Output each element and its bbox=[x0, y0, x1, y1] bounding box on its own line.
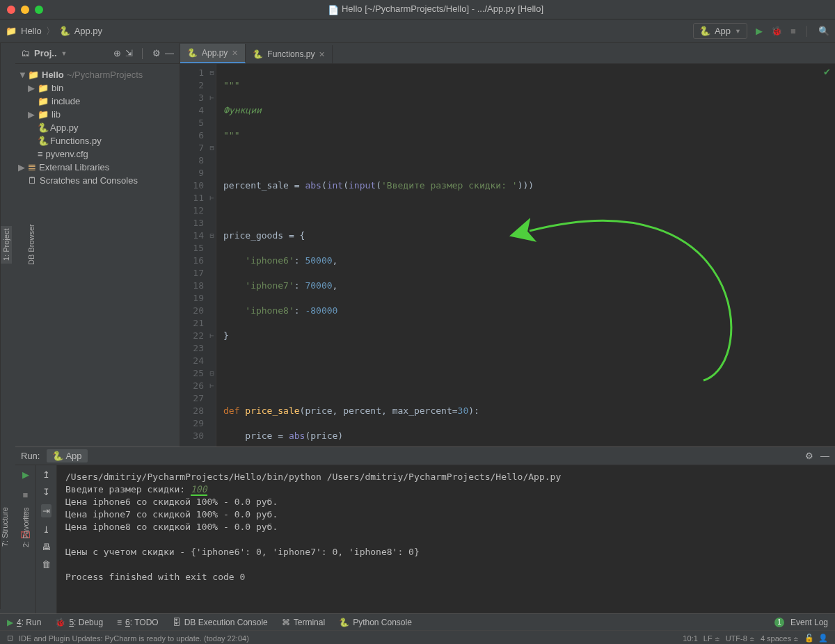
run-config-name: App bbox=[715, 26, 731, 36]
code-content[interactable]: """ Функции """ percent_sale = abs(int(i… bbox=[216, 64, 835, 446]
close-tab-icon[interactable]: ✕ bbox=[232, 49, 238, 58]
gear-icon[interactable]: ⚙ bbox=[805, 451, 813, 461]
debug-button[interactable]: 🐞 bbox=[771, 26, 782, 36]
code-editor[interactable]: ✔ 12345678910111213141516171819202122232… bbox=[180, 64, 835, 446]
left-tool-tabs-bottom: 7: Structure 2: Favorites bbox=[0, 445, 15, 609]
up-stack-icon[interactable]: ↥ bbox=[42, 469, 50, 480]
search-everywhere-button[interactable]: 🔍 bbox=[818, 26, 829, 36]
down-stack-icon[interactable]: ↧ bbox=[42, 487, 50, 497]
hector-icon[interactable]: 👤 bbox=[818, 634, 828, 643]
rerun-button[interactable]: ▶ bbox=[22, 469, 29, 480]
run-header: Run: 🐍 App ⚙ — bbox=[15, 447, 835, 465]
stop-run-button[interactable]: ■ bbox=[23, 490, 29, 500]
tree-item-app[interactable]: 🐍App.py bbox=[18, 121, 177, 134]
soft-wrap-icon[interactable]: ⇥ bbox=[41, 504, 51, 517]
bottom-tab-debug[interactable]: 🐞5: Debug bbox=[55, 618, 103, 627]
caret-position[interactable]: 10:1 bbox=[683, 634, 697, 643]
project-tool-tab[interactable]: 1: Project bbox=[1, 226, 12, 264]
run-tool-window: Run: 🐍 App ⚙ — ▶ ■ ‖ ⌧ ↥ ↧ ⇥ ⤓ 🖶 🗑 /User… bbox=[15, 446, 835, 613]
clear-all-icon[interactable]: 🗑 bbox=[42, 559, 51, 570]
project-view-icon: 🗂 bbox=[21, 48, 30, 58]
tree-scratches[interactable]: 🗒Scratches and Consoles bbox=[18, 174, 177, 187]
bottom-tab-run[interactable]: ▶4: Run bbox=[7, 618, 41, 627]
breadcrumb-project[interactable]: Hello bbox=[21, 26, 42, 36]
project-panel: 🗂 Proj.. ▼ ⊕ ⇲ │ ⚙ — ▼📁 Hello ~/PycharmP… bbox=[15, 43, 180, 446]
bottom-tab-todo[interactable]: ≡6: TODO bbox=[117, 618, 159, 627]
tree-item-lib[interactable]: ▶📁lib bbox=[18, 108, 177, 121]
run-configuration-selector[interactable]: 🐍 App ▼ bbox=[693, 23, 747, 39]
print-icon[interactable]: 🖶 bbox=[42, 542, 51, 552]
run-label: Run: bbox=[21, 451, 40, 461]
event-log-button[interactable]: 1Event Log bbox=[774, 618, 828, 627]
python-icon: 🐍 bbox=[699, 26, 710, 36]
project-tree: ▼📁 Hello ~/PycharmProjects ▶📁bin 📁includ… bbox=[15, 64, 180, 191]
line-number-gutter[interactable]: 1234567891011121314151617181920212223242… bbox=[180, 64, 208, 446]
run-button[interactable]: ▶ bbox=[756, 26, 763, 36]
titlebar: 📄Hello [~/PycharmProjects/Hello] - .../A… bbox=[0, 0, 835, 19]
tree-root-name: Hello bbox=[42, 70, 64, 80]
window-title: 📄Hello [~/PycharmProjects/Hello] - .../A… bbox=[43, 3, 828, 15]
tree-root-path: ~/PycharmProjects bbox=[67, 70, 143, 80]
breadcrumb[interactable]: 📁 Hello 〉 🐍 App.py bbox=[6, 25, 102, 38]
editor-tabs: 🐍App.py✕ 🐍Functions.py✕ bbox=[180, 43, 835, 64]
line-separator[interactable]: LF ≑ bbox=[703, 634, 720, 643]
run-toolbar-2: ↥ ↧ ⇥ ⤓ 🖶 🗑 bbox=[36, 465, 57, 613]
bottom-tab-terminal[interactable]: ⌘Terminal bbox=[282, 618, 325, 627]
tree-item-pyvenv[interactable]: ≡pyvenv.cfg bbox=[18, 147, 177, 161]
editor-area: 🐍App.py✕ 🐍Functions.py✕ ✔ 12345678910111… bbox=[180, 43, 835, 446]
readonly-lock-icon[interactable]: 🔓 bbox=[804, 634, 814, 643]
maximize-window-button[interactable] bbox=[35, 6, 43, 14]
scroll-to-end-icon[interactable]: ⤓ bbox=[42, 524, 50, 535]
breadcrumb-file[interactable]: App.py bbox=[74, 26, 102, 36]
run-tab[interactable]: 🐍 App bbox=[47, 449, 87, 462]
locate-icon[interactable]: ⊕ bbox=[113, 48, 121, 58]
tree-root[interactable]: ▼📁 Hello ~/PycharmProjects bbox=[18, 68, 177, 81]
folder-icon: 📁 bbox=[6, 26, 17, 36]
bottom-tab-dbexec[interactable]: 🗄DB Execution Console bbox=[173, 618, 268, 627]
hide-icon[interactable]: — bbox=[165, 48, 174, 58]
collapse-all-icon[interactable]: ⇲ bbox=[125, 48, 133, 58]
structure-tool-tab[interactable]: 7: Structure bbox=[1, 508, 9, 547]
chevron-down-icon: ▼ bbox=[735, 28, 741, 35]
minimize-window-button[interactable] bbox=[21, 6, 29, 14]
tab-app-py[interactable]: 🐍App.py✕ bbox=[180, 44, 246, 63]
favorites-tool-tab[interactable]: 2: Favorites bbox=[22, 507, 30, 547]
project-panel-title[interactable]: Proj.. bbox=[34, 48, 57, 58]
tree-item-functions[interactable]: 🐍Functions.py bbox=[18, 134, 177, 147]
gear-icon[interactable]: ⚙ bbox=[152, 48, 161, 58]
python-file-icon: 🐍 bbox=[59, 26, 70, 36]
close-tab-icon[interactable]: ✕ bbox=[319, 50, 325, 59]
left-tool-tabs: 1: Project DB Browser bbox=[0, 43, 15, 446]
bottom-tab-python-console[interactable]: 🐍Python Console bbox=[339, 618, 412, 627]
console-output[interactable]: /Users/dmitriy/PycharmProjects/Hello/bin… bbox=[57, 465, 835, 613]
separator: │ bbox=[804, 26, 810, 36]
window-controls bbox=[7, 6, 43, 14]
db-browser-tool-tab[interactable]: DB Browser bbox=[26, 222, 37, 268]
chevron-down-icon[interactable]: ▼ bbox=[61, 50, 67, 57]
status-message[interactable]: IDE and Plugin Updates: PyCharm is ready… bbox=[19, 634, 249, 643]
bottom-tool-tabs: ▶4: Run 🐞5: Debug ≡6: TODO 🗄DB Execution… bbox=[0, 613, 835, 630]
project-panel-header: 🗂 Proj.. ▼ ⊕ ⇲ │ ⚙ — bbox=[15, 43, 180, 64]
close-window-button[interactable] bbox=[7, 6, 15, 14]
indent-settings[interactable]: 4 spaces ≑ bbox=[761, 634, 799, 643]
tree-external-libraries[interactable]: ▶𝌆External Libraries bbox=[18, 161, 177, 174]
status-bar: ⊡ IDE and Plugin Updates: PyCharm is rea… bbox=[0, 630, 835, 644]
tree-item-bin[interactable]: ▶📁bin bbox=[18, 81, 177, 95]
tab-functions-py[interactable]: 🐍Functions.py✕ bbox=[246, 45, 333, 63]
chevron-right-icon: 〉 bbox=[46, 25, 55, 38]
tree-item-include[interactable]: 📁include bbox=[18, 95, 177, 108]
file-encoding[interactable]: UTF-8 ≑ bbox=[726, 634, 755, 643]
fold-gutter[interactable]: ⊟⊢⊟⊢⊟⊢⊟⊢ bbox=[208, 64, 216, 446]
hide-icon[interactable]: — bbox=[820, 451, 829, 461]
navigation-bar: 📁 Hello 〉 🐍 App.py 🐍 App ▼ ▶ 🐞 ■ │ 🔍 bbox=[0, 19, 835, 43]
tool-window-toggle-icon[interactable]: ⊡ bbox=[7, 634, 13, 643]
stop-button[interactable]: ■ bbox=[790, 26, 796, 36]
